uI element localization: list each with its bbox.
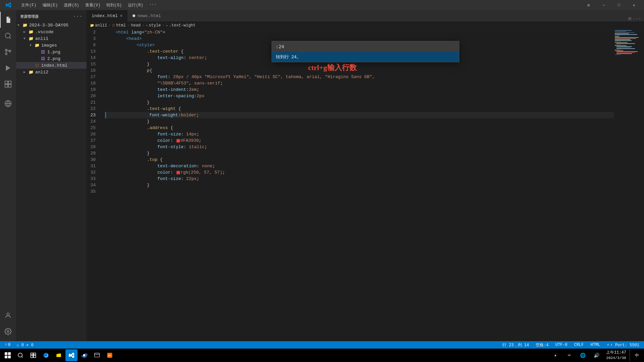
code-val: bolder bbox=[181, 112, 196, 118]
code-punc: : bbox=[197, 163, 202, 169]
command-palette[interactable]: 转到行 24。 bbox=[271, 41, 459, 62]
taskview-button[interactable] bbox=[27, 349, 39, 361]
minimize-button[interactable]: — bbox=[597, 0, 610, 10]
ln-14: 14 bbox=[87, 55, 98, 61]
tree-item-images[interactable]: ▼ 📁 images bbox=[16, 42, 87, 49]
tree-item-root[interactable]: ▼ 📁 2024-3-30-DAY05 bbox=[16, 22, 87, 28]
tree-item-anli1[interactable]: ▼ 📁 anli1 bbox=[16, 35, 87, 42]
svg-rect-25 bbox=[95, 353, 100, 357]
close-button[interactable]: ✕ bbox=[627, 0, 641, 10]
svg-rect-15 bbox=[8, 352, 11, 355]
file-explorer-taskbar-icon[interactable] bbox=[53, 349, 65, 361]
menu-select[interactable]: 选择(S) bbox=[61, 2, 82, 9]
tab-newshtml[interactable]: news.html bbox=[128, 10, 166, 21]
code-line-30: .top { bbox=[105, 157, 614, 163]
settings-activity-icon[interactable] bbox=[0, 323, 16, 340]
menu-more[interactable]: ··· bbox=[147, 2, 159, 9]
problems-status[interactable]: ⚠ 0 ✕ 0 bbox=[15, 341, 35, 349]
menu-edit[interactable]: 编辑(E) bbox=[40, 2, 61, 9]
encoding-status[interactable]: UTF-8 bbox=[554, 341, 569, 349]
remote-activity-icon[interactable] bbox=[0, 96, 16, 112]
color-swatch-fa3939[interactable] bbox=[177, 139, 180, 142]
maximize-button[interactable]: □ bbox=[612, 0, 626, 10]
tab-indexhtml[interactable]: index.html ✕ bbox=[87, 10, 128, 21]
search-activity-icon[interactable] bbox=[0, 28, 16, 44]
chrome-taskbar-icon[interactable] bbox=[78, 349, 90, 361]
keyboard-icon[interactable]: ⌨ bbox=[563, 349, 575, 361]
code-punc: ; bbox=[197, 86, 199, 93]
network-icon[interactable]: 🌐 bbox=[577, 349, 589, 361]
tree-label-anli2: anli2 bbox=[35, 70, 48, 75]
volume-icon[interactable]: 🔊 bbox=[591, 349, 603, 361]
menu-file[interactable]: 文件(F) bbox=[18, 2, 39, 9]
liveserver-status[interactable]: ⚡ ⚡ Port: 5501 bbox=[605, 341, 641, 349]
breadcrumb-style[interactable]: ✦ style bbox=[146, 23, 161, 28]
vscode-taskbar-icon[interactable] bbox=[65, 349, 78, 361]
tree-label-2png: 2.png bbox=[47, 56, 60, 61]
code-punc: { bbox=[176, 106, 181, 112]
start-button[interactable] bbox=[2, 349, 14, 361]
code-punc bbox=[105, 93, 157, 99]
command-item-gotoline[interactable]: 转到行 24。 bbox=[272, 52, 459, 62]
folder-icon-anli2: 📁 bbox=[28, 69, 34, 75]
code-punc: : bbox=[186, 86, 189, 93]
sidebar-more-button[interactable]: ··· bbox=[73, 13, 83, 19]
search-taskbar-button[interactable] bbox=[14, 349, 27, 361]
code-val: italic bbox=[189, 144, 205, 150]
tree-item-anli2[interactable]: ▶ 📁 anli2 bbox=[16, 69, 87, 75]
breadcrumb-head[interactable]: head bbox=[131, 23, 141, 28]
run-activity-icon[interactable] bbox=[0, 60, 16, 76]
systray-up-icon[interactable]: ▲ bbox=[549, 349, 561, 361]
explorer-activity-icon[interactable] bbox=[0, 12, 16, 28]
browser-taskbar-icon[interactable] bbox=[91, 349, 103, 361]
tab-label-newshtml: news.html bbox=[137, 13, 161, 18]
code-punc: : bbox=[184, 55, 189, 61]
edge-taskbar-icon[interactable] bbox=[40, 349, 52, 361]
code-area[interactable]: <html lang="zh-CN"> <head> <style> bbox=[102, 29, 614, 341]
cursor-position-status[interactable]: 行 23，列 14 bbox=[501, 341, 530, 349]
tree-label-images: images bbox=[41, 43, 57, 48]
git-branch-status[interactable]: ⑂ 0 bbox=[3, 341, 12, 349]
extensions-activity-icon[interactable] bbox=[0, 76, 16, 92]
menu-run[interactable]: 运行(R) bbox=[125, 2, 146, 9]
tree-item-vscode[interactable]: ▶ 📁 .vscode bbox=[16, 28, 87, 35]
command-input[interactable] bbox=[272, 41, 459, 52]
title-bar-left: 文件(F) 编辑(E) 选择(S) 查看(V) 转到(G) 运行(R) ··· bbox=[3, 0, 159, 10]
show-desktop-button[interactable] bbox=[630, 349, 632, 361]
language-status[interactable]: HTML bbox=[589, 341, 602, 349]
breadcrumb-label-anli1: anli1 bbox=[95, 23, 107, 28]
account-activity-icon[interactable] bbox=[0, 307, 16, 323]
breadcrumb-textwight[interactable]: ✦ .text-wight bbox=[166, 23, 196, 28]
breadcrumb-html[interactable]: ⬡ html bbox=[112, 23, 126, 28]
breadcrumb-anli1[interactable]: 📁 anli1 bbox=[90, 23, 107, 28]
ln-15: 15 bbox=[87, 61, 98, 67]
tree-item-1png[interactable]: ▶ 🖼 1.png bbox=[16, 49, 87, 55]
code-punc: ; bbox=[197, 131, 199, 137]
ln-26: 26 bbox=[87, 131, 98, 137]
source-control-activity-icon[interactable] bbox=[0, 44, 16, 60]
code-punc: : bbox=[181, 131, 186, 137]
split-editor-button[interactable]: ⊡ bbox=[628, 16, 631, 21]
code-prop: text-align bbox=[157, 55, 184, 61]
menu-view[interactable]: 查看(V) bbox=[83, 2, 103, 9]
tree-item-2png[interactable]: ▶ 🖼 2.png bbox=[16, 55, 87, 62]
indent-status[interactable]: 空格:4 bbox=[534, 341, 550, 349]
menu-goto[interactable]: 转到(G) bbox=[104, 2, 125, 9]
tree-item-indexhtml[interactable]: ▶ ⬡ index.html bbox=[16, 62, 87, 69]
ln-34: 34 bbox=[87, 182, 98, 188]
tab-close-indexhtml[interactable]: ✕ bbox=[120, 13, 122, 18]
extra-taskbar-icon[interactable]: A+ bbox=[104, 349, 116, 361]
ime-indicator: 中 bbox=[633, 353, 641, 358]
code-line-2: <html lang="zh-CN"> bbox=[105, 29, 614, 36]
more-editor-button[interactable]: ··· bbox=[633, 16, 641, 21]
code-punc bbox=[105, 74, 157, 80]
line-ending-label: CRLF bbox=[574, 343, 584, 347]
code-punc: } bbox=[147, 99, 150, 106]
layout-button[interactable]: ⊟ bbox=[582, 0, 595, 10]
code-punc: : bbox=[181, 176, 186, 182]
line-ending-status[interactable]: CRLF bbox=[573, 341, 585, 349]
color-swatch-rgb[interactable] bbox=[177, 171, 180, 174]
ln-29: 29 bbox=[87, 150, 98, 157]
code-line-33: font-size: 22px; bbox=[105, 176, 614, 182]
editor-content[interactable]: 2 3 8 13 14 15 16 17 18 19 20 21 22 23 bbox=[87, 29, 614, 341]
